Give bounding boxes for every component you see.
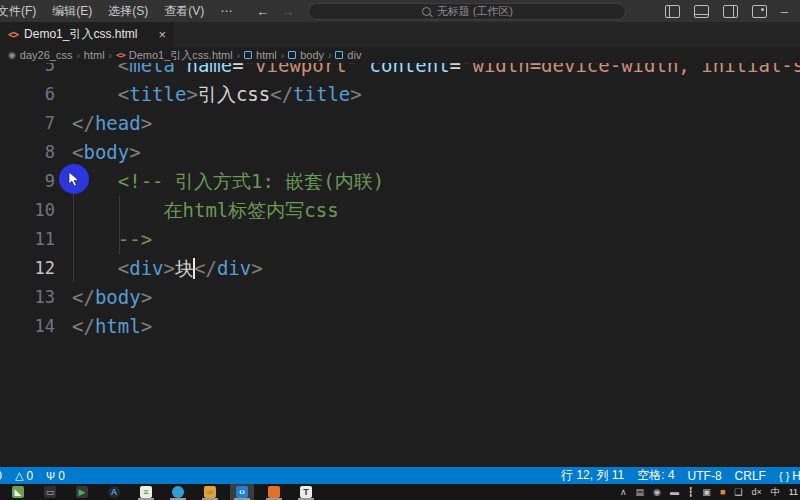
tab-bar: <> Demo1_引入css.html × [0,22,800,47]
breadcrumb-separator: › [281,50,284,61]
photos-icon: ◣ [12,486,24,498]
breadcrumb-label: html [84,49,105,61]
line-number: 5 [0,63,72,80]
code-line-content: <meta name="viewport" content="width=dev… [72,63,800,80]
breadcrumb-item-symbol-div[interactable]: div [335,49,361,61]
taskbar-app-screen-recorder[interactable]: ▭ [38,484,62,500]
code-line: 6 <title>引入css</title> [0,80,800,109]
status-warnings[interactable]: △0 [15,469,33,483]
breadcrumb-item-symbol-html[interactable]: html [244,49,277,61]
volume-muted[interactable]: d× [751,487,761,497]
toggle-panel-icon[interactable] [694,5,709,18]
tray-chat[interactable]: ❑ [734,487,742,497]
status-left: ⊘0△0Ψ0 [0,469,65,483]
notepad-icon: ≡ [140,486,152,498]
line-number: 13 [0,283,72,312]
app-a-icon: A [108,486,120,498]
menu-more[interactable]: ⋯ [212,0,240,22]
code-line-content: </html> [72,312,152,341]
status-value: 0 [26,469,33,483]
status-indentation[interactable]: 空格: 4 [637,467,674,484]
code-line: 14</html> [0,312,800,341]
window-controls: – [665,4,788,19]
line-number: 6 [0,80,72,109]
code-editor[interactable]: 5 <meta name="viewport" content="width=d… [0,63,800,467]
tray-display[interactable]: ▬ [670,487,679,497]
code-line-content: </head> [72,109,152,138]
tray-microphone[interactable]: ┇ [688,487,693,497]
tray-battery[interactable]: ▤ [636,487,645,497]
tray-chevron[interactable]: ∧ [620,487,627,497]
orange-app-icon [268,486,280,498]
warnings-icon: △ [15,469,23,482]
tray-security[interactable]: ◉ [653,487,661,497]
toggle-secondary-sidebar-icon[interactable] [723,5,738,18]
history-nav: ← → [256,4,294,19]
breadcrumb-separator: › [109,50,112,61]
status-errors[interactable]: ⊘0 [0,469,2,483]
breadcrumb-item-file-demo1[interactable]: <>Demo1_引入css.html [116,48,233,63]
status-label: 空格: 4 [637,467,674,484]
vscode-window: 文件(F)编辑(E)选择(S)查看(V)⋯ ← → 无标题 (工作区) – <>… [0,0,800,500]
breadcrumb-item-folder-html[interactable]: html [84,49,105,61]
status-language-mode[interactable]: { }HTML [779,469,800,483]
taskbar-app-photos[interactable]: ◣ [6,484,30,500]
status-cursor-position[interactable]: 行 12, 列 11 [561,467,624,484]
tab-close-icon[interactable]: × [158,27,166,42]
status-eol-sequence[interactable]: CRLF [735,469,766,483]
toggle-sidebar-icon[interactable] [665,5,680,18]
code-line-content: <div>块</div> [72,254,263,283]
status-ports[interactable]: Ψ0 [46,469,65,483]
status-encoding[interactable]: UTF-8 [688,469,722,483]
menu-selection[interactable]: 选择(S) [100,0,156,22]
tab-demo1-html[interactable]: <> Demo1_引入css.html × [0,22,174,47]
taskbar-app-notepad[interactable]: ≡ [134,484,158,500]
tab-label: Demo1_引入css.html [24,26,137,43]
breadcrumb-label: Demo1_引入css.html [129,48,233,63]
nav-back-icon[interactable]: ← [256,4,269,19]
code-line-content: <body> [72,138,141,167]
tray-screen-share[interactable]: ▣ [702,487,711,497]
customize-layout-icon[interactable] [752,5,767,18]
status-right: 行 12, 列 11空格: 4UTF-8CRLF{ }HTML [561,467,800,484]
code-line: 10 在html标签内写css [0,196,800,225]
line-number: 10 [0,196,72,225]
symbol-icon [244,51,252,59]
command-center-search[interactable]: 无标题 (工作区) [308,3,626,20]
taskbar-app-file-explorer[interactable]: ▰ [198,484,222,500]
code-line: 11 --> [0,225,800,254]
tray-orange-app[interactable]: ■ [720,487,725,497]
breadcrumb-separator: › [76,50,79,61]
taskbar-app-browser[interactable] [166,484,190,500]
language-mode-icon: { } [779,470,789,482]
mouse-click-highlight [59,164,89,194]
code-line-content: </body> [72,283,152,312]
workspace-title: 无标题 (工作区) [437,4,513,19]
taskbar-app-typora[interactable]: T [294,484,318,500]
code-line: 8<body> [0,138,800,167]
clock[interactable]: 11 [789,487,798,497]
title-bar: 文件(F)编辑(E)选择(S)查看(V)⋯ ← → 无标题 (工作区) – [0,0,800,22]
typora-icon: T [300,486,312,498]
vscode-icon: ‹› [236,486,248,498]
html-file-icon: <> [8,29,18,40]
breadcrumb-label: day26_css [20,49,73,61]
menu-edit[interactable]: 编辑(E) [44,0,100,22]
menu-file[interactable]: 文件(F) [0,0,44,22]
taskbar-app-media-player[interactable]: ▶ [70,484,94,500]
nav-forward-icon[interactable]: → [281,4,294,19]
indent-guide [119,196,120,254]
breadcrumb-label: html [256,49,277,61]
status-value: 0 [0,469,2,483]
code-line: 9 <!-- 引入方式1: 嵌套(内联) [0,167,800,196]
menu-view[interactable]: 查看(V) [156,0,212,22]
taskbar-app-app-a[interactable]: A [102,484,126,500]
minimize-button[interactable]: – [781,4,788,19]
taskbar-app-orange-app[interactable] [262,484,286,500]
ime-indicator[interactable]: 中 [771,486,780,499]
breadcrumb-item-folder-day26-css[interactable]: ◉day26_css [8,49,72,61]
code-line-content: <!-- 引入方式1: 嵌套(内联) [72,167,384,196]
breadcrumb-item-symbol-body[interactable]: body [288,49,324,61]
taskbar-app-vscode[interactable]: ‹› [230,484,254,500]
search-icon [422,7,431,16]
